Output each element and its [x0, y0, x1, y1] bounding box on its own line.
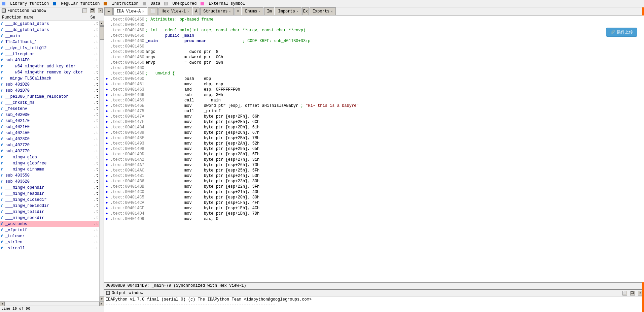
function-row[interactable]: fsub_402720.t	[0, 142, 99, 148]
function-row[interactable]: f_strlen.t	[0, 239, 99, 245]
function-row[interactable]: f_tolower.t	[0, 233, 99, 239]
function-row[interactable]: f___chkstk_ms.t	[0, 100, 99, 106]
function-row[interactable]: f___mingw_opendir.t	[0, 185, 99, 191]
function-row[interactable]: f___mingw_readdir.t	[0, 191, 99, 197]
code-line[interactable]: ●.text:0040148E mov byte ptr [esp+2Bh], …	[104, 135, 644, 141]
tab-ida-view-nav[interactable]: ⬅	[104, 7, 113, 15]
function-row[interactable]: f_vfprintf.t	[0, 227, 99, 233]
function-row[interactable]: f___mingw_closedir.t	[0, 197, 99, 203]
code-view[interactable]: .text:00401460; Attributes: bp-based fra…	[104, 15, 644, 282]
function-row[interactable]: fsub_4028C0.t	[0, 136, 99, 142]
code-line[interactable]: ●.text:00401475 call _printf	[104, 108, 644, 114]
function-row[interactable]: f____w64_mingwthr_remove_key_dtor.t	[0, 69, 99, 75]
function-row[interactable]: f_strcoll.t	[0, 245, 99, 251]
function-row[interactable]: fsub_401D70.t	[0, 88, 99, 94]
function-row[interactable]: f___mingw_rewinddir.t	[0, 203, 99, 209]
hscroll-track[interactable]	[5, 302, 99, 306]
scroll-thumb[interactable]	[100, 26, 104, 40]
tab-imports[interactable]: Imports ✕	[275, 7, 301, 15]
function-row[interactable]: fsub_402170.t	[0, 118, 99, 124]
function-row[interactable]: fsub_403550.t	[0, 173, 99, 179]
tab-hex-icon[interactable]: A	[193, 7, 200, 15]
code-line[interactable]: ●.text:0040149D mov byte ptr [esp+28h], …	[104, 152, 644, 157]
code-line[interactable]: ●.text:00401463 and esp, 0FFFFFFF0h	[104, 87, 644, 92]
code-line[interactable]: ●.text:004014B6 mov byte ptr [esp+23h], …	[104, 179, 644, 184]
code-line[interactable]: ●.text:00401469 call ___main	[104, 98, 644, 103]
code-line[interactable]: ●.text:00401460 push ebp	[104, 76, 644, 82]
code-line[interactable]: ●.text:00401466 sub esp, 30h	[104, 92, 644, 98]
code-line[interactable]: ●.text:00401493 mov byte ptr [esp+2Ah], …	[104, 141, 644, 146]
code-line[interactable]: ●.text:00401461 mov ebp, esp	[104, 82, 644, 87]
scroll-up-arrow[interactable]: ▲	[100, 21, 104, 26]
code-line[interactable]: ●.text:004014CF mov byte ptr [esp+1Eh], …	[104, 206, 644, 211]
function-row[interactable]: f_fesetenv.t	[0, 106, 99, 112]
function-row[interactable]: f__main.t	[0, 33, 99, 39]
tab-structs-icon[interactable]: ≡	[235, 7, 241, 15]
function-row[interactable]: f__mingw_TLSCallback.t	[0, 75, 99, 82]
function-row[interactable]: f___mingw_globfree.t	[0, 160, 99, 166]
functions-dock-btn[interactable]: 🗖	[90, 8, 95, 13]
functions-list-inner[interactable]: f___do_global_dtors.tf___do_global_ctors…	[0, 21, 99, 301]
tab-hex-view-close[interactable]: ✕	[187, 9, 189, 13]
tab-exports[interactable]: Exports ✕	[310, 7, 336, 15]
output-float-btn[interactable]: ⬜	[622, 291, 627, 295]
upload-button[interactable]: 🔗 插件上传	[606, 28, 637, 37]
function-row[interactable]: f____w64_mingwthr_add_key_dtor.t	[0, 63, 99, 69]
code-line[interactable]: ●.text:004014A7 mov byte ptr [esp+26h], …	[104, 162, 644, 168]
code-line[interactable]: ●.text:004014B1 mov byte ptr [esp+24h], …	[104, 173, 644, 179]
tab-panel-icon[interactable]: ⬜	[148, 7, 158, 15]
function-row[interactable]: fsub_403620.t	[0, 179, 99, 185]
tab-structures-close[interactable]: ✕	[229, 9, 231, 13]
function-row[interactable]: fsub_4021E0.t	[0, 124, 99, 130]
function-row[interactable]: f___mingw_dirname.t	[0, 166, 99, 173]
code-line[interactable]: ●.text:004014CA mov byte ptr [esp+1Fh], …	[104, 200, 644, 206]
code-line[interactable]: .text:00401460_main proc near ; CODE XRE…	[104, 38, 644, 44]
tab-enums-close[interactable]: ✕	[258, 9, 260, 13]
code-line[interactable]: .text:00401460argv = dword ptr 0Ch	[104, 55, 644, 60]
scroll-down-arrow[interactable]: ▼	[100, 297, 104, 301]
tab-imports-close[interactable]: ✕	[296, 9, 298, 13]
function-row[interactable]: fsub_401D20.t	[0, 82, 99, 88]
code-line[interactable]: .text:00401460; __unwind {	[104, 71, 644, 76]
code-line[interactable]: ●.text:00401498 mov byte ptr [esp+29h], …	[104, 146, 644, 152]
function-row[interactable]: f_wcstombs.t	[0, 221, 99, 227]
tab-exports-close[interactable]: ✕	[331, 9, 333, 13]
tab-hex-view[interactable]: Hex View-1 ✕	[158, 7, 192, 15]
tab-imports-icon[interactable]: Ex	[302, 7, 309, 15]
functions-hscroll[interactable]: ◀ ▶	[0, 301, 104, 306]
code-line[interactable]: ●.text:004014BB mov byte ptr [esp+22h], …	[104, 184, 644, 189]
output-dock-btn[interactable]: 🗖	[630, 291, 635, 295]
tab-enums-icon[interactable]: Im	[264, 7, 274, 15]
code-line[interactable]: ●.text:0040147A mov byte ptr [esp+2Fh], …	[104, 114, 644, 119]
function-row[interactable]: f___tlregdtor.t	[0, 51, 99, 57]
code-line[interactable]: ●.text:00401489 mov byte ptr [esp+2Ch], …	[104, 130, 644, 135]
function-row[interactable]: f__dyn_tls_init@12.t	[0, 45, 99, 51]
functions-float-btn[interactable]: ⬜	[82, 8, 87, 13]
hscroll-right-btn[interactable]: ▶	[99, 302, 104, 306]
functions-close-btn[interactable]: ✕	[98, 8, 103, 13]
function-row[interactable]: fsub_402770.t	[0, 148, 99, 154]
code-line[interactable]: .text:00401460	[104, 44, 644, 49]
code-line[interactable]: ●.text:0040147F mov byte ptr [esp+2Eh], …	[104, 119, 644, 125]
hscroll-left-btn[interactable]: ◀	[0, 302, 5, 306]
code-line[interactable]: .text:00401460; Attributes: bp-based fra…	[104, 17, 644, 22]
function-row[interactable]: fsub_4020D0.t	[0, 112, 99, 118]
tab-ida-view-a[interactable]: IDA View-A ✕	[113, 7, 147, 15]
code-line[interactable]: .text:00401460; int __cdecl main(int arg…	[104, 28, 644, 33]
code-line[interactable]: ●.text:004014C5 mov byte ptr [esp+20h], …	[104, 195, 644, 200]
code-line[interactable]: ●.text:0040146E mov dword ptr [esp], off…	[104, 103, 644, 108]
code-line[interactable]: ●.text:004014C0 mov byte ptr [esp+21h], …	[104, 189, 644, 195]
tab-structures[interactable]: Structures ✕	[200, 7, 234, 15]
scroll-track[interactable]	[100, 26, 104, 297]
code-line[interactable]: .text:00401460	[104, 65, 644, 71]
code-line[interactable]: .text:00401460 public _main	[104, 33, 644, 38]
code-line[interactable]: ●.text:004014A2 mov byte ptr [esp+27h], …	[104, 157, 644, 162]
code-line[interactable]: ●.text:004014D4 mov byte ptr [esp+1Dh], …	[104, 211, 644, 216]
tab-ida-view-close[interactable]: ✕	[142, 9, 144, 13]
code-line[interactable]: ●.text:00401484 mov byte ptr [esp+2Dh], …	[104, 125, 644, 130]
code-line[interactable]: .text:00401460	[104, 22, 644, 28]
code-line[interactable]: ●.text:004014AC mov byte ptr [esp+25h], …	[104, 168, 644, 173]
function-row[interactable]: f___mingw_telldir.t	[0, 209, 99, 215]
code-line[interactable]: .text:00401460envp = dword ptr 10h	[104, 60, 644, 65]
tab-enums[interactable]: Enums ✕	[242, 7, 263, 15]
